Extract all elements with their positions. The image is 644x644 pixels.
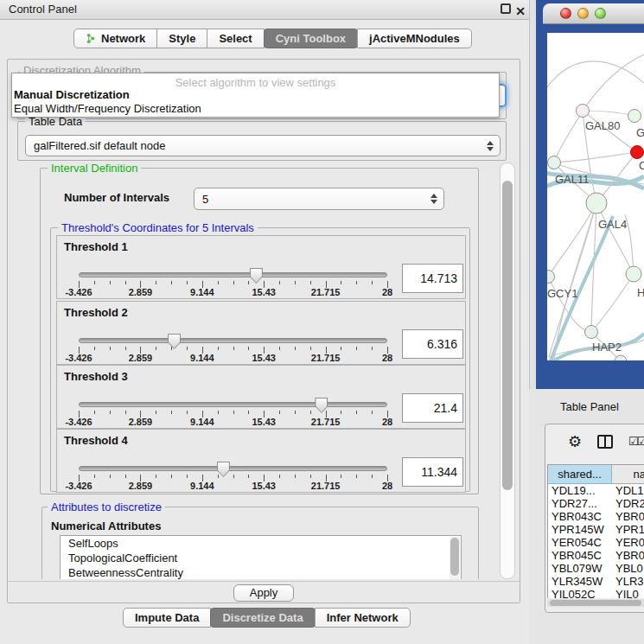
node-table[interactable]: shared... na YDL19...YDL1YDR27...YDR2YBR…: [547, 464, 644, 598]
threshold-label: Threshold 1: [64, 240, 128, 253]
network-node-gal4[interactable]: [586, 193, 607, 214]
slider-tick-labels: -3.4262.8599.14415.4321.71528: [79, 417, 387, 427]
column-header-name[interactable]: na: [612, 465, 644, 484]
table-row[interactable]: YBR045CYBR0: [548, 549, 644, 562]
network-node-hap2[interactable]: [585, 326, 598, 339]
number-of-intervals-combo[interactable]: 5: [194, 188, 444, 210]
network-node[interactable]: [615, 355, 627, 360]
table-row[interactable]: YPR145WYPR1: [548, 523, 644, 536]
threshold-value-field[interactable]: 11.344: [402, 457, 463, 487]
bottom-tab-bar: Impute DataDiscretize DataInfer Network: [124, 608, 411, 628]
bottom-tab-discretize-data[interactable]: Discretize Data: [210, 608, 315, 628]
tab-style[interactable]: Style: [156, 29, 207, 48]
slider-tick-labels: -3.4262.8599.14415.4321.71528: [79, 353, 387, 363]
cell-name: YBR0: [612, 510, 644, 523]
bottom-tab-infer-network[interactable]: Infer Network: [315, 608, 411, 628]
network-node-ga[interactable]: [628, 110, 641, 123]
cell-name: YBL0: [612, 562, 644, 575]
network-canvas[interactable]: GAL80GACGAL11GAL4GCY1HHAP2: [547, 33, 644, 360]
threshold-slider-track[interactable]: [79, 272, 387, 277]
screen: Control Panel ✕ NetworkStyleSelectCyni T…: [0, 0, 644, 644]
table-row[interactable]: YDL19...YDL1: [548, 484, 644, 497]
zoom-traffic-light-icon[interactable]: [595, 8, 606, 19]
bottom-tab-impute-data[interactable]: Impute Data: [123, 608, 211, 628]
apply-strip: Apply: [8, 581, 520, 603]
cell-shared-name: YBR043C: [548, 510, 612, 523]
control-panel-title: Control Panel: [9, 3, 77, 16]
algorithm-option-manual[interactable]: Manual Discretization: [12, 88, 499, 102]
table-row[interactable]: YLR345WYLR3: [548, 575, 644, 588]
interval-definition-title: Interval Definition: [48, 163, 141, 175]
threshold-value-field[interactable]: 14.713: [402, 264, 463, 293]
apply-button[interactable]: Apply: [233, 584, 294, 602]
table-row[interactable]: YDR27...YDR2: [548, 497, 644, 510]
table-data-combo[interactable]: galFiltered.sif default node: [25, 135, 501, 156]
threshold-slider-track[interactable]: [79, 466, 387, 471]
threshold-value-field[interactable]: 6.316: [402, 329, 463, 359]
cell-shared-name: YDL19...: [548, 484, 612, 497]
float-window-icon[interactable]: [501, 3, 511, 14]
split-columns-icon[interactable]: [597, 435, 613, 449]
table-row[interactable]: YBR043CYBR0: [548, 510, 644, 523]
tab-label: Cyni Toolbox: [276, 29, 346, 48]
network-node-c[interactable]: [631, 146, 644, 159]
network-node-h[interactable]: [626, 266, 641, 282]
table-row[interactable]: YBL079WYBL0: [548, 562, 644, 575]
threshold-label: Threshold 4: [64, 434, 128, 447]
settings-scroll-area: Interval Definition Number of Intervals …: [12, 163, 493, 579]
table-row[interactable]: YIL052CYIL0: [548, 588, 644, 598]
numerical-attributes-list[interactable]: SelfLoopsTopologicalCoefficientBetweenne…: [60, 535, 462, 579]
column-header-shared-name[interactable]: shared...: [548, 465, 612, 484]
tab-cyni-toolbox[interactable]: Cyni Toolbox: [264, 29, 358, 48]
table-horizontal-scrollbar[interactable]: [547, 599, 644, 607]
threshold-value-field[interactable]: 21.4: [402, 393, 463, 423]
network-node-gcy1[interactable]: [547, 271, 555, 284]
network-node-label: GAL80: [585, 119, 620, 132]
table-panel-toolbar: ⚙ ☑☑: [545, 424, 644, 462]
network-node-label: GAL11: [555, 173, 590, 186]
cell-shared-name: YLR345W: [548, 575, 612, 588]
algorithm-placeholder-option[interactable]: Select algorithm to view settings: [12, 73, 499, 88]
top-tab-bar: NetworkStyleSelectCyni ToolboxjActiveMNo…: [74, 29, 472, 48]
tab-label: Select: [219, 29, 252, 48]
threshold-panel-3: Threshold 3-3.4262.8599.14415.4321.71528…: [56, 365, 466, 429]
combo-stepper-icon: [430, 194, 437, 204]
control-panel-titlebar: Control Panel ✕: [0, 0, 529, 20]
attributes-group: Attributes to discretize Numerical Attri…: [41, 507, 479, 579]
network-node-label: GA: [636, 126, 644, 139]
cell-name: YDR2: [612, 497, 644, 510]
combo-stepper-icon: [487, 141, 494, 151]
attribute-item[interactable]: TopologicalCoefficient: [61, 551, 461, 565]
gear-icon[interactable]: ⚙: [568, 432, 582, 451]
network-window-titlebar[interactable]: [543, 3, 644, 24]
attribute-item[interactable]: SelfLoops: [61, 536, 461, 551]
tab-jactivemnodules[interactable]: jActiveMNodules: [357, 29, 472, 48]
network-node-gal80[interactable]: [577, 105, 590, 118]
tab-network[interactable]: Network: [73, 29, 157, 48]
table-panel-title: Table Panel: [560, 400, 619, 413]
threshold-slider-track[interactable]: [79, 402, 387, 407]
network-node-gal11[interactable]: [548, 156, 561, 169]
interval-definition-group: Interval Definition Number of Intervals …: [40, 168, 479, 494]
checkboxes-icon[interactable]: ☑☑: [628, 435, 644, 448]
attributes-group-title: Attributes to discretize: [48, 501, 165, 513]
attribute-item[interactable]: BetweennessCentrality: [61, 565, 461, 579]
cell-name: YIL0: [612, 588, 644, 598]
algorithm-option-equal-width[interactable]: Equal Width/Frequency Discretization: [12, 102, 499, 116]
network-node-label: H: [637, 286, 644, 299]
close-traffic-light-icon[interactable]: [560, 8, 571, 19]
threshold-slider-track[interactable]: [79, 338, 387, 343]
number-of-intervals-label: Number of Intervals: [64, 191, 169, 204]
cell-name: YLR3: [612, 575, 644, 588]
slider-tick-labels: -3.4262.8599.14415.4321.71528: [79, 481, 387, 491]
close-icon[interactable]: ✕: [515, 2, 526, 21]
minimize-traffic-light-icon[interactable]: [577, 8, 589, 19]
cell-shared-name: YBR045C: [548, 549, 612, 562]
tab-select[interactable]: Select: [207, 29, 264, 48]
cell-name: YER0: [612, 536, 644, 549]
table-row[interactable]: YER054CYER0: [548, 536, 644, 549]
settings-scrollbar[interactable]: [500, 163, 515, 579]
attributes-list-scrollbar[interactable]: [450, 537, 460, 579]
table-panel-box: ⚙ ☑☑ shared... na YDL19...YDL1YDR27...YD…: [545, 424, 644, 613]
number-of-intervals-value: 5: [202, 193, 208, 206]
